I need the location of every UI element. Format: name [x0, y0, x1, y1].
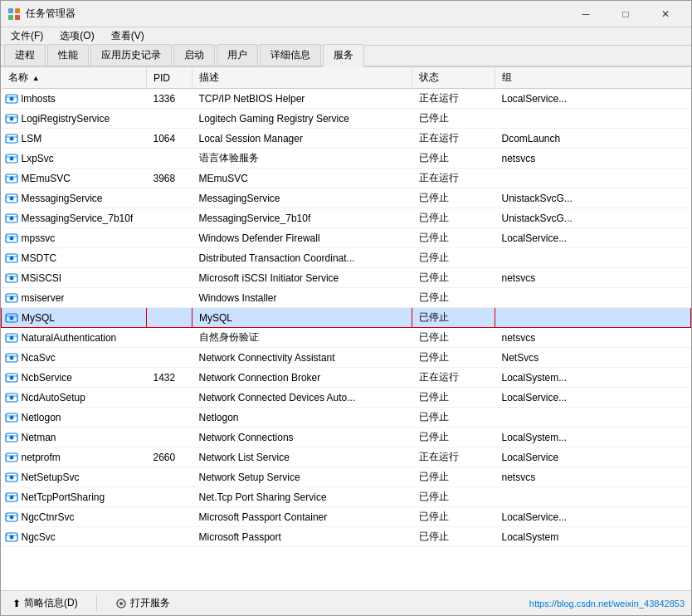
tab-process[interactable]: 进程 [4, 44, 46, 66]
table-row[interactable]: msiserverWindows Installer已停止 [2, 288, 691, 308]
service-pid: 1064 [147, 129, 192, 149]
col-header-group[interactable]: 组 [495, 67, 691, 89]
service-name: NetTcpPortSharing [22, 491, 105, 503]
service-group [495, 169, 691, 188]
table-row[interactable]: NetmanNetwork Connections已停止LocalSystem.… [2, 428, 691, 447]
menu-options[interactable]: 选项(O) [53, 27, 100, 45]
status-divider [96, 596, 97, 611]
service-name: NgcSvc [22, 531, 56, 543]
service-pid [147, 149, 192, 169]
table-row[interactable]: MessagingService_7b10fMessagingService_7… [2, 208, 691, 228]
close-button[interactable]: ✕ [646, 2, 685, 27]
table-container[interactable]: 名称 ▲ PID 描述 状态 组 lmhosts1336TCP/IP NetBI… [1, 67, 691, 590]
tab-app-history[interactable]: 应用历史记录 [90, 44, 172, 66]
table-row[interactable]: MSiSCSIMicrosoft iSCSI Initiator Service… [2, 268, 691, 288]
svg-rect-3 [15, 15, 20, 20]
service-icon [5, 132, 18, 145]
menu-view[interactable]: 查看(V) [105, 27, 151, 45]
tab-startup[interactable]: 启动 [173, 44, 215, 66]
service-icon [5, 172, 18, 185]
service-pid [147, 208, 192, 228]
service-desc: Netlogon [192, 408, 412, 428]
tab-services[interactable]: 服务 [323, 44, 364, 67]
tab-users[interactable]: 用户 [217, 44, 258, 66]
service-pid [147, 308, 192, 328]
service-status: 已停止 [412, 507, 495, 527]
service-icon [5, 391, 18, 404]
service-name: Netlogon [22, 412, 61, 423]
service-desc: Net.Tcp Port Sharing Service [192, 487, 412, 507]
table-row[interactable]: MSDTCDistributed Transaction Coordinat..… [2, 248, 691, 268]
menu-file[interactable]: 文件(F) [4, 27, 50, 45]
table-row[interactable]: NgcSvcMicrosoft Passport已停止LocalSystem [2, 527, 691, 547]
service-pid [147, 288, 192, 308]
service-desc: Microsoft Passport [192, 527, 412, 547]
table-row[interactable]: mpssvcWindows Defender Firewall已停止LocalS… [2, 228, 691, 248]
service-desc: Windows Defender Firewall [192, 228, 412, 248]
svg-rect-2 [8, 15, 13, 20]
service-desc: 语言体验服务 [192, 149, 412, 169]
table-row[interactable]: NcdAutoSetupNetwork Connected Devices Au… [2, 388, 691, 408]
table-row[interactable]: MessagingServiceMessagingService已停止Unist… [2, 188, 691, 208]
service-pid: 1432 [147, 368, 192, 388]
service-pid [147, 248, 192, 268]
menu-bar: 文件(F) 选项(O) 查看(V) [1, 27, 691, 46]
service-pid [147, 348, 192, 368]
table-row[interactable]: NetSetupSvcNetwork Setup Service已停止netsv… [2, 467, 691, 487]
tab-performance[interactable]: 性能 [47, 44, 89, 66]
service-group: LocalService... [495, 388, 691, 408]
main-window: 任务管理器 ─ □ ✕ 文件(F) 选项(O) 查看(V) 进程 性能 应用历史… [0, 0, 692, 616]
svg-rect-1 [15, 8, 20, 13]
table-row[interactable]: LogiRegistryServiceLogitech Gaming Regis… [2, 109, 691, 129]
service-group: LocalSystem [495, 527, 691, 547]
service-icon [5, 371, 18, 384]
col-header-name[interactable]: 名称 ▲ [2, 67, 147, 89]
service-group [495, 288, 691, 308]
service-status: 已停止 [412, 208, 495, 228]
service-status: 已停止 [412, 268, 495, 288]
brief-info-button[interactable]: ⬆ 简略信息(D) [7, 594, 83, 612]
table-row[interactable]: MEmuSVC3968MEmuSVC正在运行 [2, 169, 691, 188]
service-group: netsvcs [495, 467, 691, 487]
table-row[interactable]: NaturalAuthentication自然身份验证已停止netsvcs [2, 328, 691, 348]
service-status: 已停止 [412, 527, 495, 547]
status-link[interactable]: https://blog.csdn.net/weixin_43842853 [529, 599, 685, 609]
table-row[interactable]: NetlogonNetlogon已停止 [2, 408, 691, 428]
service-status: 已停止 [412, 109, 495, 129]
table-row[interactable]: NcbService1432Network Connection Broker正… [2, 368, 691, 388]
col-header-status[interactable]: 状态 [412, 67, 495, 89]
service-name: MessagingService_7b10f [22, 213, 134, 224]
service-pid [147, 328, 192, 348]
table-row[interactable]: LxpSvc语言体验服务已停止netsvcs [2, 149, 691, 169]
col-header-desc[interactable]: 描述 [192, 67, 412, 89]
service-status: 正在运行 [412, 447, 495, 467]
service-name: LogiRegistryService [22, 113, 110, 125]
services-table: 名称 ▲ PID 描述 状态 组 lmhosts1336TCP/IP NetBI… [1, 67, 691, 547]
service-status: 已停止 [412, 428, 495, 447]
svg-rect-0 [8, 8, 13, 13]
maximize-button[interactable]: □ [607, 2, 645, 27]
service-desc: MEmuSVC [192, 169, 412, 188]
col-header-pid[interactable]: PID [147, 67, 192, 89]
window-title: 任务管理器 [26, 7, 567, 21]
service-icon [5, 311, 18, 325]
table-row[interactable]: netprofm2660Network List Service正在运行Loca… [2, 447, 691, 467]
service-status: 正在运行 [412, 368, 495, 388]
service-icon [5, 112, 18, 125]
service-pid [147, 109, 192, 129]
table-row[interactable]: lmhosts1336TCP/IP NetBIOS Helper正在运行Loca… [2, 89, 691, 109]
table-row[interactable]: NetTcpPortSharingNet.Tcp Port Sharing Se… [2, 487, 691, 507]
table-row[interactable]: NgcCtnrSvcMicrosoft Passport Container已停… [2, 507, 691, 527]
tab-details[interactable]: 详细信息 [260, 44, 321, 66]
service-icon [5, 411, 18, 424]
table-row[interactable]: LSM1064Local Session Manager正在运行DcomLaun… [2, 129, 691, 149]
open-service-button[interactable]: 打开服务 [110, 594, 175, 612]
service-group: NetSvcs [495, 348, 691, 368]
service-pid [147, 268, 192, 288]
service-name: MessagingService [22, 193, 103, 204]
service-group: LocalService... [495, 507, 691, 527]
table-row[interactable]: MySQLMySQL已停止 [2, 308, 691, 328]
table-row[interactable]: NcaSvcNetwork Connectivity Assistant已停止N… [2, 348, 691, 368]
service-name: NetSetupSvc [22, 472, 80, 483]
minimize-button[interactable]: ─ [567, 2, 605, 27]
